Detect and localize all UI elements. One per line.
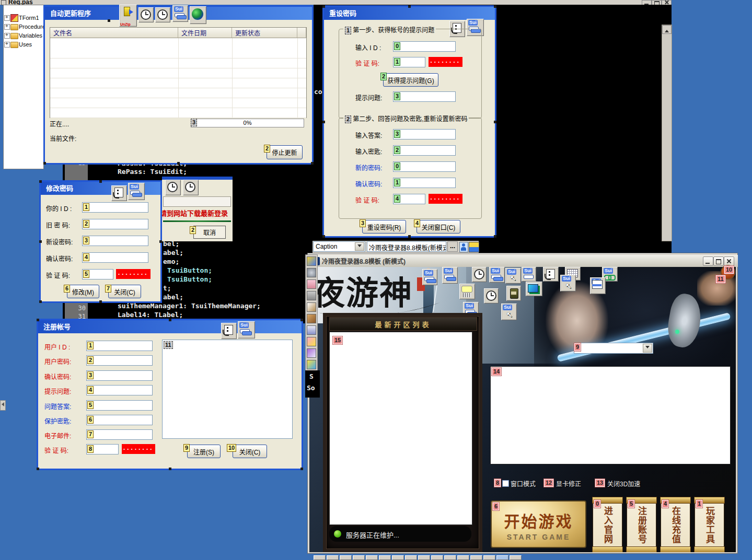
alignment-toolbar-button[interactable] bbox=[366, 555, 378, 560]
toolbar-icon[interactable] bbox=[307, 348, 316, 358]
keymap-icon[interactable] bbox=[469, 242, 479, 252]
register-titlebar[interactable]: 注册帐号 bbox=[38, 320, 302, 333]
alignment-toolbar-button[interactable] bbox=[327, 555, 339, 560]
checkbox-label[interactable]: 关闭3D加速 bbox=[607, 479, 640, 488]
stop-update-button[interactable]: 2 停止更新 bbox=[267, 145, 303, 159]
column-filename[interactable]: 文件名 bbox=[50, 28, 178, 38]
tree-item-variables[interactable]: Variables bbox=[19, 32, 42, 39]
toolbar-icon[interactable] bbox=[307, 256, 316, 266]
alignment-toolbar-button[interactable] bbox=[510, 555, 522, 560]
new-password-input[interactable]: 0 bbox=[393, 161, 456, 172]
input-id-field[interactable]: 0 bbox=[393, 41, 456, 52]
old-password-input[interactable]: 2 bbox=[82, 219, 148, 229]
user-id-input[interactable]: 1 bbox=[86, 341, 153, 351]
captcha-image[interactable]: ········ bbox=[429, 57, 462, 67]
key-input[interactable]: 2 bbox=[393, 145, 456, 156]
cancel-button[interactable]: 2 取消 bbox=[193, 226, 226, 239]
captcha-image[interactable]: ········ bbox=[116, 269, 151, 279]
column-filedate[interactable]: 文件日期 bbox=[178, 28, 232, 38]
property-combo[interactable]: Caption bbox=[313, 241, 365, 252]
close-button[interactable]: 10 关闭(C) bbox=[233, 445, 267, 458]
window-mode-checkbox[interactable] bbox=[502, 480, 509, 487]
captcha-image[interactable]: ········ bbox=[122, 444, 155, 454]
email-input[interactable]: 7 bbox=[86, 429, 153, 440]
server-combo[interactable]: 9 bbox=[574, 343, 653, 354]
toolbar-icon[interactable] bbox=[307, 279, 316, 289]
confirm-password-input[interactable]: 1 bbox=[393, 178, 456, 188]
get-hint-question-button[interactable]: 2 获得提示问题(G) bbox=[383, 73, 438, 87]
ellipsis-button[interactable]: ... bbox=[447, 241, 458, 252]
scroll-left-icon[interactable] bbox=[0, 400, 6, 411]
register-account-button[interactable]: 5 注册账号 bbox=[627, 498, 656, 552]
tree-item-uses[interactable]: Uses bbox=[19, 41, 32, 48]
table-row[interactable] bbox=[50, 78, 306, 88]
captcha-input[interactable]: 4 bbox=[393, 194, 425, 204]
user-component-icon[interactable] bbox=[459, 242, 468, 252]
chevron-down-icon[interactable] bbox=[643, 344, 652, 353]
protect-key-input[interactable]: 6 bbox=[86, 415, 153, 425]
update-file-table[interactable]: 文件名 文件日期 更新状态 bbox=[50, 27, 307, 118]
hint-question-field[interactable]: 3 bbox=[393, 91, 456, 102]
toolbar-icon[interactable] bbox=[307, 268, 316, 277]
confirm-password-input[interactable]: 4 bbox=[82, 252, 148, 263]
table-row[interactable] bbox=[50, 98, 306, 108]
checkbox-label[interactable]: 显卡修正 bbox=[556, 479, 581, 488]
toolbar-icon[interactable] bbox=[307, 291, 316, 300]
editor-scrollbar[interactable] bbox=[662, 25, 672, 241]
column-status[interactable]: 更新状态 bbox=[232, 28, 297, 38]
new-password-input[interactable]: 3 bbox=[82, 236, 148, 246]
close-window-button[interactable]: 4 关闭窗口(C) bbox=[417, 220, 460, 234]
alignment-toolbar-button[interactable] bbox=[418, 555, 430, 560]
alignment-toolbar-button[interactable] bbox=[405, 555, 417, 560]
table-row[interactable] bbox=[50, 108, 306, 118]
register-memo[interactable]: 11 bbox=[162, 340, 293, 439]
launcher-titlebar[interactable]: 7 冷雨夜登录器8.8模板 (新模式) bbox=[309, 255, 738, 267]
expand-icon[interactable] bbox=[4, 33, 10, 39]
captcha-input[interactable]: 5 bbox=[82, 269, 113, 279]
table-row[interactable] bbox=[50, 68, 306, 78]
tree-item-procedures[interactable]: Procedures bbox=[19, 24, 44, 30]
user-password-input[interactable]: 2 bbox=[86, 355, 153, 366]
answer-input[interactable]: 5 bbox=[86, 400, 153, 411]
server-listbox[interactable]: 15 bbox=[329, 332, 472, 525]
online-recharge-button[interactable]: 4 在线充值 bbox=[661, 498, 690, 552]
checkbox-label[interactable]: 窗口模式 bbox=[511, 479, 536, 488]
alignment-toolbar-button[interactable] bbox=[483, 555, 495, 560]
alignment-toolbar-button[interactable] bbox=[314, 555, 326, 560]
notice-input[interactable] bbox=[163, 196, 231, 207]
your-id-input[interactable]: 1 bbox=[82, 202, 148, 213]
toolbar-icon[interactable] bbox=[307, 337, 316, 346]
register-button[interactable]: 9 注册(S) bbox=[187, 445, 221, 458]
minimize-button[interactable] bbox=[703, 256, 713, 266]
toolbar-icon[interactable] bbox=[307, 314, 316, 323]
tree-item-tform1[interactable]: TForm1 bbox=[19, 15, 39, 21]
captcha-image[interactable]: ········ bbox=[429, 194, 462, 204]
alignment-toolbar-button[interactable] bbox=[470, 555, 482, 560]
hint-question-input[interactable]: 4 bbox=[86, 385, 153, 395]
close-button[interactable]: 7 关闭(C) bbox=[108, 285, 141, 298]
maximize-button[interactable] bbox=[713, 256, 724, 266]
alignment-toolbar-button[interactable] bbox=[496, 555, 508, 560]
toolbar-icon[interactable] bbox=[307, 360, 316, 369]
web-panel[interactable]: 14 bbox=[490, 366, 731, 464]
confirm-password-input[interactable]: 3 bbox=[86, 370, 153, 381]
alignment-toolbar-button[interactable] bbox=[457, 555, 469, 560]
modify-button[interactable]: 6 修改(M) bbox=[67, 285, 99, 298]
alignment-toolbar-button[interactable] bbox=[444, 555, 456, 560]
toolbar-icon[interactable] bbox=[307, 325, 316, 335]
player-tools-button[interactable]: 1 玩家工具 bbox=[695, 498, 724, 552]
scroll-up-icon[interactable] bbox=[662, 25, 672, 34]
alignment-toolbar-button[interactable] bbox=[340, 555, 352, 560]
table-row[interactable] bbox=[50, 58, 306, 68]
toolbar-icon[interactable] bbox=[307, 302, 316, 312]
start-game-button[interactable]: 6 开始游戏 START GAME bbox=[491, 500, 586, 548]
table-row[interactable] bbox=[50, 88, 306, 98]
table-row[interactable] bbox=[50, 48, 306, 59]
chevron-down-icon[interactable] bbox=[355, 242, 364, 251]
alignment-toolbar-button[interactable] bbox=[379, 555, 391, 560]
reset-titlebar[interactable]: 重设密码 bbox=[324, 7, 495, 20]
answer-input[interactable]: 3 bbox=[393, 129, 456, 139]
official-site-button[interactable]: 0 进入官网 bbox=[593, 498, 622, 552]
alignment-toolbar-button[interactable] bbox=[431, 555, 443, 560]
captcha-input[interactable]: 8 bbox=[86, 444, 119, 454]
